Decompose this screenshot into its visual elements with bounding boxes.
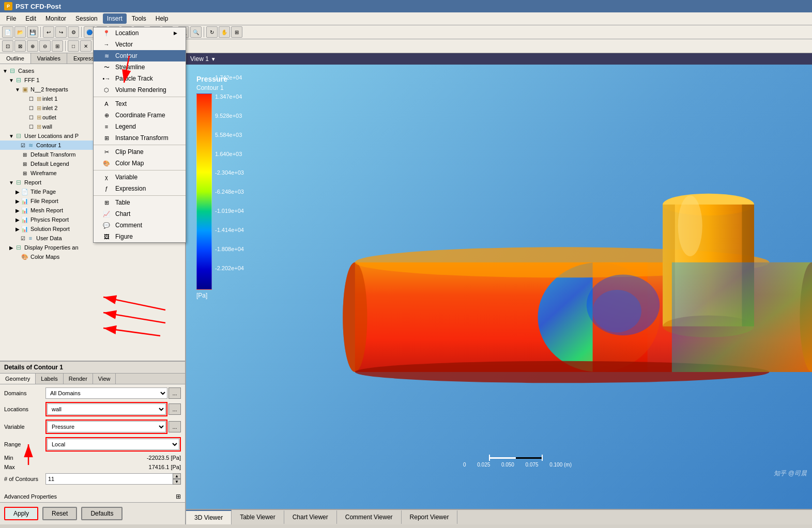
tree-arrow-title-page[interactable]: ▶ (14, 189, 21, 195)
dropdown-figure[interactable]: 🖼 Figure (94, 231, 186, 242)
variable-control[interactable]: Pressure (45, 420, 167, 434)
tree-arrow-file-report[interactable]: ▶ (14, 198, 21, 204)
tab-render[interactable]: Render (64, 374, 93, 384)
tab-3d-viewer[interactable]: 3D Viewer (186, 510, 232, 524)
dropdown-contour[interactable]: ≋ Contour (94, 50, 186, 61)
toolbar-zoomout2[interactable]: ⊖ (39, 40, 51, 52)
variable-select[interactable]: Pressure (47, 421, 166, 432)
apply-button[interactable]: Apply (4, 507, 38, 520)
dropdown-streamline[interactable]: 〜 Streamline (94, 61, 186, 73)
dropdown-legend[interactable]: ≡ Legend (94, 121, 186, 132)
toolbar-zoom-out[interactable]: 🔍 (190, 26, 202, 38)
contours-input[interactable] (45, 473, 173, 485)
toolbar-axes[interactable]: ✕ (80, 40, 91, 52)
toolbar-zoomin2[interactable]: ⊕ (27, 40, 38, 52)
dropdown-particle-track[interactable]: •→ Particle Track (94, 73, 186, 84)
domains-select[interactable]: All Domains (45, 387, 167, 399)
dropdown-variable[interactable]: χ Variable (94, 172, 186, 183)
dropdown-table[interactable]: ⊞ Table (94, 197, 186, 208)
locations-ellipsis[interactable]: ... (168, 403, 181, 415)
default-legend-label: Default Legend (30, 161, 69, 167)
menu-monitor[interactable]: Monitor (41, 13, 70, 24)
svg-point-15 (593, 290, 641, 333)
dropdown-comment[interactable]: 💬 Comment (94, 220, 186, 231)
toolbar-fit[interactable]: ⊞ (231, 26, 242, 38)
reset-button[interactable]: Reset (42, 507, 77, 520)
right-panel: View 1 ▼ Pressure Contour 1 1.742e+04 1.… (186, 53, 812, 524)
insert-dropdown: 📍 Location → Vector ≋ Contour 〜 Streamli… (93, 27, 186, 243)
color-maps-label: Color Maps (30, 254, 59, 260)
dropdown-chart[interactable]: 📈 Chart (94, 208, 186, 220)
tab-table-viewer[interactable]: Table Viewer (232, 510, 284, 524)
view-dropdown-arrow[interactable]: ▼ (211, 56, 216, 62)
tree-arrow-n2[interactable]: ▼ (14, 87, 21, 92)
dropdown-volume-rendering[interactable]: ⬡ Volume Rendering (94, 84, 186, 96)
dropdown-location[interactable]: 📍 Location (94, 27, 186, 39)
toolbar-view2[interactable]: ⊠ (14, 40, 26, 52)
toolbar-bbox[interactable]: □ (68, 40, 79, 52)
toolbar-redo[interactable]: ↪ (55, 26, 67, 38)
dropdown-vector[interactable]: → Vector (94, 39, 186, 50)
dropdown-color-map[interactable]: 🎨 Color Map (94, 158, 186, 169)
range-control[interactable]: Local (45, 437, 181, 452)
dropdown-instance-transform[interactable]: ⊞ Instance Transform (94, 132, 186, 144)
menu-file[interactable]: File (2, 13, 20, 24)
toolbar-rotate[interactable]: ↻ (206, 26, 218, 38)
toolbar-undo[interactable]: ↩ (43, 26, 54, 38)
dropdown-coordinate-frame[interactable]: ⊕ Coordinate Frame (94, 110, 186, 121)
toolbar-save[interactable]: 💾 (27, 26, 38, 38)
menu-help[interactable]: Help (151, 13, 173, 24)
menu-tools[interactable]: Tools (128, 13, 150, 24)
toolbar-fit2[interactable]: ⊞ (52, 40, 63, 52)
min-control: -22023.5 [Pa] (45, 455, 181, 461)
legend-val-6: -6.248e+03 (215, 189, 244, 195)
inlet2-icon: ☐ (27, 104, 35, 112)
contours-control[interactable]: ▲ ▼ (45, 473, 181, 485)
tree-arrow-fff1[interactable]: ▼ (8, 77, 14, 83)
contours-down[interactable]: ▼ (173, 479, 181, 485)
dropdown-clip-plane[interactable]: ✂ Clip Plane (94, 146, 186, 158)
tree-item-color-maps[interactable]: 🎨 Color Maps (0, 252, 185, 261)
variable-ellipsis[interactable]: ... (168, 421, 181, 432)
tab-comment-viewer[interactable]: Comment Viewer (337, 510, 402, 524)
toolbar-view1[interactable]: ⊡ (2, 40, 13, 52)
tab-chart-viewer[interactable]: Chart Viewer (284, 510, 337, 524)
tree-item-display-props[interactable]: ▶ ⊟ Display Properties an (0, 243, 185, 252)
tree-arrow-solution-report[interactable]: ▶ (14, 226, 21, 232)
tree-arrow-cases[interactable]: ▼ (2, 68, 8, 74)
tab-report-viewer[interactable]: Report Viewer (402, 510, 458, 524)
tab-view[interactable]: View (93, 374, 116, 384)
n2-label: N__2 freeparts (30, 86, 68, 92)
menu-edit[interactable]: Edit (21, 13, 40, 24)
tab-outline[interactable]: Outline (0, 53, 31, 64)
contours-up[interactable]: ▲ (173, 473, 181, 479)
tab-variables[interactable]: Variables (31, 53, 67, 64)
advanced-properties-row[interactable]: Advanced Properties ⊞ (0, 491, 185, 502)
menu-insert[interactable]: Insert (103, 13, 127, 24)
tree-arrow-user-locations[interactable]: ▼ (8, 133, 14, 139)
tree-arrow-mesh-report[interactable]: ▶ (14, 208, 21, 213)
dropdown-expression[interactable]: ƒ Expression (94, 183, 186, 194)
advanced-properties-expand[interactable]: ⊞ (176, 493, 181, 500)
tree-arrow-physics-report[interactable]: ▶ (14, 217, 21, 223)
domains-control[interactable]: All Domains (45, 387, 167, 399)
toolbar-settings[interactable]: ⚙ (68, 26, 79, 38)
range-select[interactable]: Local (47, 439, 179, 450)
display-props-icon: ⊟ (14, 243, 23, 252)
legend-val-8: -1.414e+04 (215, 227, 244, 233)
tree-arrow-display-props[interactable]: ▶ (8, 245, 14, 251)
domains-ellipsis[interactable]: ... (168, 387, 181, 399)
locations-select[interactable]: wall (47, 403, 166, 415)
app-title: PST CFD-Post (16, 3, 61, 10)
toolbar-pan[interactable]: ✋ (219, 26, 230, 38)
defaults-button[interactable]: Defaults (81, 507, 122, 520)
tab-labels[interactable]: Labels (36, 374, 63, 384)
toolbar-open[interactable]: 📂 (14, 26, 26, 38)
menu-session[interactable]: Session (71, 13, 102, 24)
viewport-3d[interactable]: Pressure Contour 1 1.742e+04 1.347e+04 9… (186, 65, 812, 509)
tree-arrow-report[interactable]: ▼ (8, 180, 14, 185)
dropdown-text[interactable]: A Text (94, 98, 186, 110)
locations-control[interactable]: wall (45, 402, 167, 416)
tab-geometry[interactable]: Geometry (0, 374, 36, 384)
toolbar-new[interactable]: 📄 (2, 26, 13, 38)
